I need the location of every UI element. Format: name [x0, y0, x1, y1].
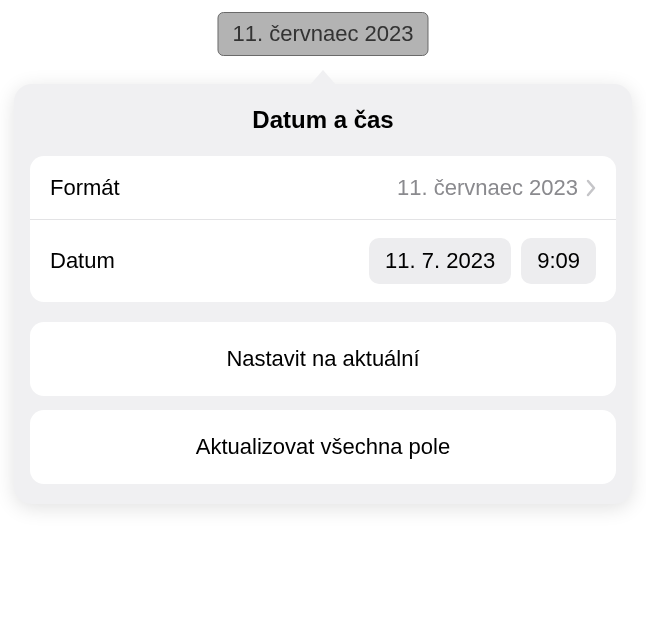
- datum-label: Datum: [50, 248, 115, 274]
- date-time-popover: Datum a čas Formát 11. červnaec 2023 Dat…: [14, 84, 632, 504]
- popover-title: Datum a čas: [30, 106, 616, 134]
- format-label: Formát: [50, 175, 120, 201]
- date-picker-button[interactable]: 11. 7. 2023: [369, 238, 511, 284]
- date-token-text: 11. červnaec 2023: [232, 21, 413, 46]
- date-token[interactable]: 11. červnaec 2023: [217, 12, 428, 56]
- format-value: 11. červnaec 2023: [397, 175, 578, 201]
- time-picker-button[interactable]: 9:09: [521, 238, 596, 284]
- update-all-fields-button[interactable]: Aktualizovat všechna pole: [30, 410, 616, 484]
- chevron-right-icon: [586, 179, 596, 197]
- format-row[interactable]: Formát 11. červnaec 2023: [30, 156, 616, 220]
- set-current-button[interactable]: Nastavit na aktuální: [30, 322, 616, 396]
- popover-arrow: [309, 70, 337, 86]
- datum-row: Datum 11. 7. 2023 9:09: [30, 220, 616, 302]
- settings-group: Formát 11. červnaec 2023 Datum 11. 7. 20…: [30, 156, 616, 302]
